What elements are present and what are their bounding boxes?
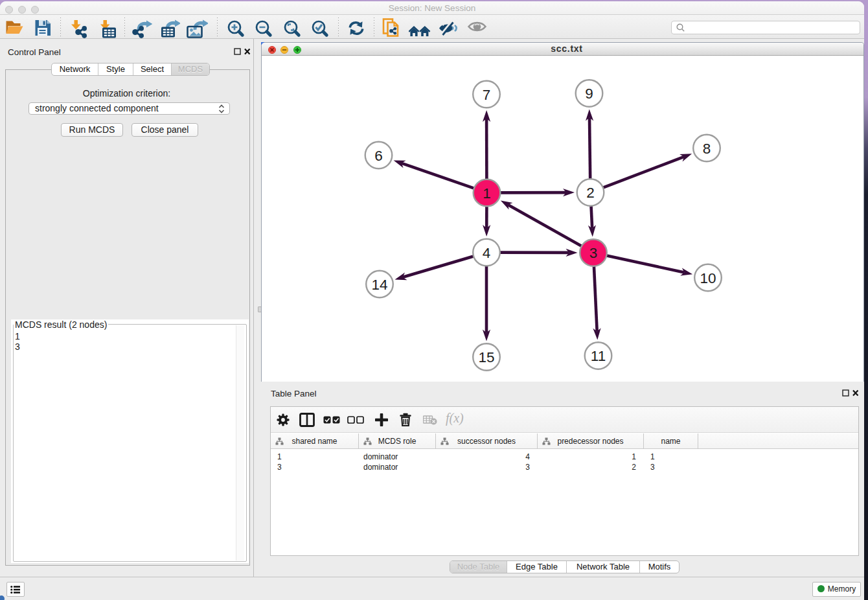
svg-text:11: 11 bbox=[591, 348, 606, 364]
svg-text:9: 9 bbox=[585, 86, 593, 102]
svg-text:1: 1 bbox=[483, 185, 491, 202]
svg-text:8: 8 bbox=[703, 141, 711, 157]
svg-text:4: 4 bbox=[483, 245, 491, 261]
svg-text:6: 6 bbox=[374, 148, 383, 164]
svg-text:2: 2 bbox=[586, 185, 595, 201]
svg-text:10: 10 bbox=[700, 270, 716, 286]
svg-text:3: 3 bbox=[589, 245, 598, 261]
svg-text:14: 14 bbox=[371, 277, 387, 293]
svg-text:7: 7 bbox=[483, 87, 491, 103]
svg-text:15: 15 bbox=[478, 349, 494, 365]
